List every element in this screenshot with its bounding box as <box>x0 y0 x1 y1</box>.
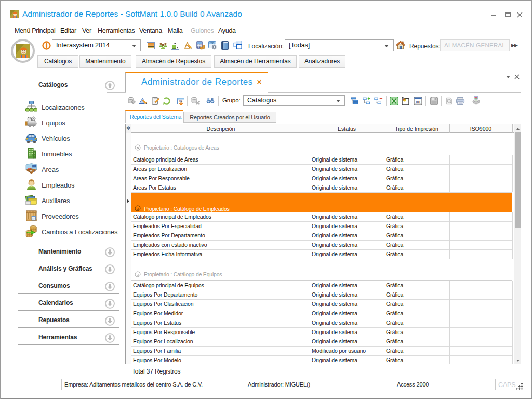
svg-text:TxT: TxT <box>415 100 421 103</box>
